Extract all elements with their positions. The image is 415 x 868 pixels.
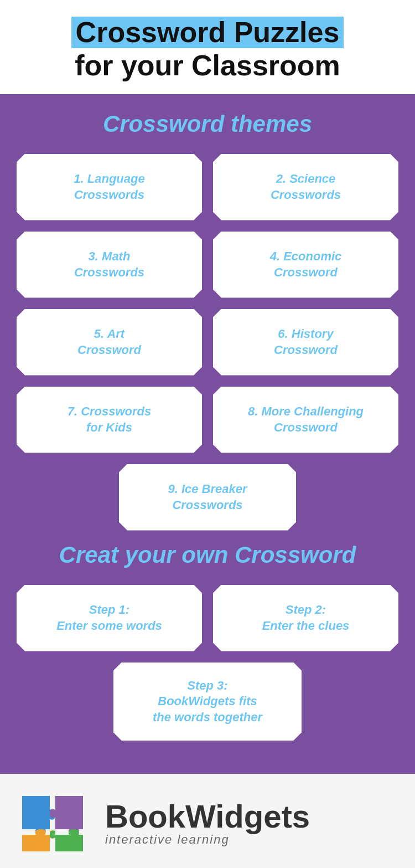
crossword-btn-2[interactable]: 2. ScienceCrosswords [213,154,398,220]
header-title-line1: Crossword Puzzles [71,17,344,48]
step-1-btn[interactable]: Step 1:Enter some words [17,585,202,651]
footer-brand: BookWidgets interactive learning [105,800,310,847]
crossword-btn-6[interactable]: 6. HistoryCrossword [213,309,398,376]
crossword-btn-4[interactable]: 4. EconomicCrossword [213,232,398,298]
crossword-btn-9[interactable]: 9. Ice BreakerCrosswords [119,464,296,531]
bookwidgets-logo-puzzle [17,790,94,857]
header: Crossword Puzzles for your Classroom [0,0,415,94]
crossword-btn-9-container: 9. Ice BreakerCrosswords [17,464,398,531]
step-3-btn[interactable]: Step 3:BookWidgets fitsthe words togethe… [113,662,302,741]
header-title-line2: for your Classroom [33,48,382,83]
footer-brand-sub: interactive learning [105,833,310,847]
crossword-button-grid: 1. LanguageCrosswords 2. ScienceCrosswor… [17,154,398,453]
steps-grid: Step 1:Enter some words Step 2:Enter the… [17,585,398,651]
create-heading: Creat your own Crossword [17,542,398,568]
crossword-btn-1[interactable]: 1. LanguageCrosswords [17,154,202,220]
purple-section: Crossword themes 1. LanguageCrosswords 2… [0,94,415,774]
footer-brand-name: BookWidgets [105,800,310,833]
crossword-btn-3[interactable]: 3. MathCrosswords [17,232,202,298]
crossword-btn-8[interactable]: 8. More ChallengingCrossword [213,387,398,453]
crossword-themes-heading: Crossword themes [17,111,398,137]
create-section: Creat your own Crossword Step 1:Enter so… [17,542,398,741]
crossword-btn-5[interactable]: 5. ArtCrossword [17,309,202,376]
crossword-btn-7[interactable]: 7. Crosswordsfor Kids [17,387,202,453]
footer: BookWidgets interactive learning [0,774,415,868]
step-2-btn[interactable]: Step 2:Enter the clues [213,585,398,651]
step-3-container: Step 3:BookWidgets fitsthe words togethe… [17,662,398,741]
